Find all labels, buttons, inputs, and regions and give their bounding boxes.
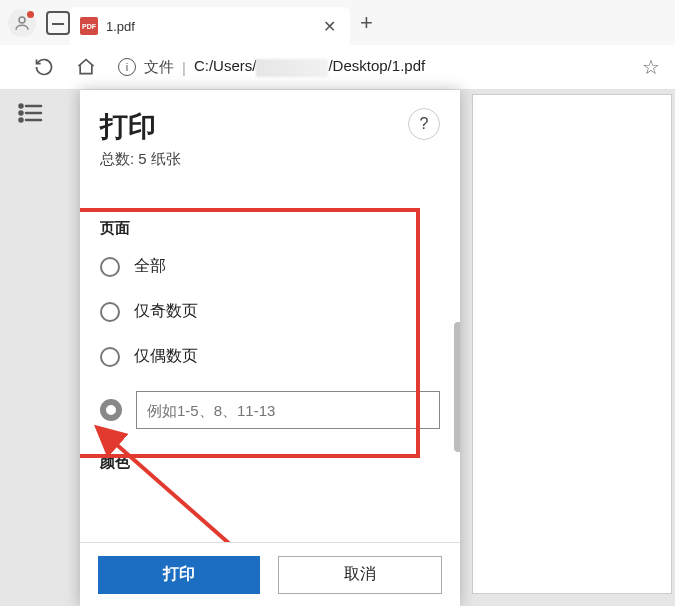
notification-dot-icon [27,11,34,18]
pdf-favicon-icon: PDF [80,17,98,35]
toc-button[interactable] [17,102,43,124]
svg-point-3 [20,112,23,115]
svg-point-1 [20,105,23,108]
dialog-title: 打印 [100,108,440,146]
print-preview-page [472,94,672,594]
address-bar[interactable]: i 文件 | C:/Users//Desktop/1.pdf [110,50,627,84]
pages-option-custom[interactable] [100,391,440,429]
pages-option-odd[interactable]: 仅奇数页 [100,301,440,322]
annotation-arrow-icon [88,420,268,542]
help-button[interactable]: ? [408,108,440,140]
custom-pages-input[interactable] [136,391,440,429]
svg-point-5 [20,119,23,122]
color-section-label: 颜色 [100,453,440,472]
browser-titlebar: PDF 1.pdf ✕ + [0,0,675,45]
address-separator: | [182,59,186,76]
tab-close-button[interactable]: ✕ [319,17,340,36]
pages-option-all[interactable]: 全部 [100,256,440,277]
pages-option-label: 仅偶数页 [134,346,198,367]
pages-section: 页面 全部 仅奇数页 仅偶数页 [100,219,440,429]
radio-icon [100,347,120,367]
tab-title: 1.pdf [106,19,311,34]
scrollbar-thumb[interactable] [454,322,460,452]
pages-option-label: 仅奇数页 [134,301,198,322]
pdf-sidebar [0,90,60,606]
site-info-icon[interactable]: i [118,58,136,76]
radio-icon [100,302,120,322]
cancel-button[interactable]: 取消 [278,556,442,594]
profile-button[interactable] [8,9,36,37]
refresh-button[interactable] [26,49,62,85]
pages-option-even[interactable]: 仅偶数页 [100,346,440,367]
pages-option-label: 全部 [134,256,166,277]
home-button[interactable] [68,49,104,85]
new-tab-button[interactable]: + [350,10,383,36]
content-area: 打印 总数: 5 纸张 ? 页面 全部 仅奇数页 仅偶数页 [0,90,675,606]
dialog-summary: 总数: 5 纸张 [100,150,440,169]
print-button[interactable]: 打印 [98,556,260,594]
redacted-segment [256,59,328,77]
favorite-button[interactable]: ☆ [633,49,669,85]
svg-line-7 [100,430,248,542]
address-file-label: 文件 [144,58,174,77]
svg-point-0 [19,17,25,23]
print-dialog: 打印 总数: 5 纸张 ? 页面 全部 仅奇数页 仅偶数页 [80,90,460,606]
pages-section-label: 页面 [100,219,440,238]
dialog-footer: 打印 取消 [80,542,460,606]
tab-actions-button[interactable] [46,11,70,35]
browser-toolbar: i 文件 | C:/Users//Desktop/1.pdf ☆ [0,45,675,90]
radio-selected-icon [100,399,122,421]
address-path: C:/Users//Desktop/1.pdf [194,57,425,76]
radio-icon [100,257,120,277]
browser-tab[interactable]: PDF 1.pdf ✕ [70,7,350,45]
